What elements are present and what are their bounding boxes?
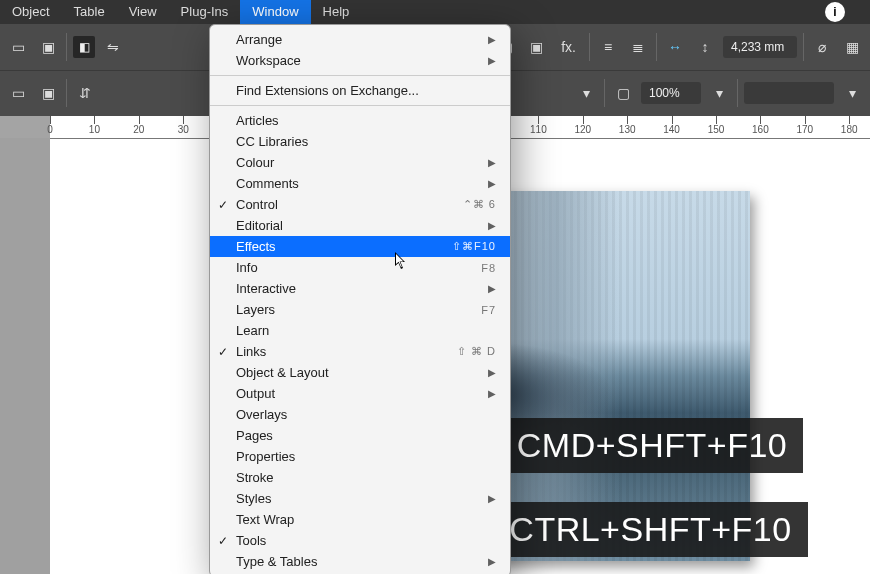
chevron-down-icon[interactable]: ▾ — [574, 81, 598, 105]
menu-item-text-wrap[interactable]: Text Wrap — [210, 509, 510, 530]
wrap-obj-icon[interactable]: ▢ — [611, 81, 635, 105]
menu-item-pages[interactable]: Pages — [210, 425, 510, 446]
menu-item-label: Links — [236, 344, 266, 359]
menu-item-find-extensions-on-exchange-[interactable]: Find Extensions on Exchange... — [210, 80, 510, 101]
menu-item-stroke[interactable]: Stroke — [210, 467, 510, 488]
menu-item-effects[interactable]: Effects⇧⌘F10 — [210, 236, 510, 257]
chevron-down-icon[interactable]: ▾ — [707, 81, 731, 105]
overlay-win-keys: CTRL+SHFT+F10 — [509, 510, 791, 548]
menu-item-label: Layers — [236, 302, 275, 317]
menubar-item-help[interactable]: Help — [311, 0, 362, 24]
menu-item-label: Output — [236, 386, 275, 401]
cursor-pointer-icon — [395, 252, 407, 270]
chevron-right-icon: ▶ — [488, 55, 496, 66]
menu-item-links[interactable]: ✓Links⇧ ⌘ D — [210, 341, 510, 362]
menu-item-editorial[interactable]: Editorial▶ — [210, 215, 510, 236]
menu-separator — [210, 75, 510, 76]
opacity-field[interactable]: 100% — [641, 82, 701, 104]
chevron-right-icon: ▶ — [488, 556, 496, 567]
menubar-item-view[interactable]: View — [117, 0, 169, 24]
separator — [803, 33, 804, 61]
menu-item-label: Object & Layout — [236, 365, 329, 380]
menu-item-label: Find Extensions on Exchange... — [236, 83, 419, 98]
menu-item-label: CC Libraries — [236, 134, 308, 149]
link-break-icon[interactable]: ⌀ — [810, 35, 834, 59]
menubar-item-window[interactable]: Window — [240, 0, 310, 24]
panel-icon[interactable]: ▦ — [840, 35, 864, 59]
menu-separator — [210, 105, 510, 106]
flip-v-icon[interactable]: ⇵ — [73, 81, 97, 105]
preset-dropdown[interactable] — [744, 82, 834, 104]
menu-item-styles[interactable]: Styles▶ — [210, 488, 510, 509]
menu-item-overlays[interactable]: Overlays — [210, 404, 510, 425]
menu-item-label: Articles — [236, 113, 279, 128]
menu-item-label: Properties — [236, 449, 295, 464]
menu-item-learn[interactable]: Learn — [210, 320, 510, 341]
menu-item-arrange[interactable]: Arrange▶ — [210, 29, 510, 50]
chevron-right-icon: ▶ — [488, 178, 496, 189]
menu-item-colour[interactable]: Colour▶ — [210, 152, 510, 173]
menu-item-label: Effects — [236, 239, 276, 254]
menu-item-output[interactable]: Output▶ — [210, 383, 510, 404]
align-center-icon[interactable]: ▣ — [36, 35, 60, 59]
menu-item-shortcut: ⌃⌘ 6 — [463, 198, 496, 211]
menu-item-info[interactable]: InfoF8 — [210, 257, 510, 278]
chevron-right-icon: ▶ — [488, 388, 496, 399]
menu-item-shortcut: ⇧⌘F10 — [452, 240, 496, 253]
menu-item-type-tables[interactable]: Type & Tables▶ — [210, 551, 510, 572]
menubar-item-object[interactable]: Object — [0, 0, 62, 24]
chevron-right-icon: ▶ — [488, 367, 496, 378]
menu-item-interactive[interactable]: Interactive▶ — [210, 278, 510, 299]
menubar-item-plugins[interactable]: Plug-Ins — [169, 0, 241, 24]
chevron-right-icon: ▶ — [488, 34, 496, 45]
value-field[interactable]: 4,233 mm — [723, 36, 797, 58]
check-icon: ✓ — [218, 345, 228, 359]
window-menu-dropdown: Arrange▶Workspace▶Find Extensions on Exc… — [209, 24, 511, 574]
align-left-icon[interactable]: ▭ — [6, 35, 30, 59]
menu-item-properties[interactable]: Properties — [210, 446, 510, 467]
chevron-down-icon[interactable]: ▾ — [840, 81, 864, 105]
chevron-right-icon: ▶ — [488, 220, 496, 231]
swatch-box[interactable]: ◧ — [73, 36, 95, 58]
check-icon: ✓ — [218, 198, 228, 212]
align-top-icon[interactable]: ▭ — [6, 81, 30, 105]
menubar-item-table[interactable]: Table — [62, 0, 117, 24]
menu-item-label: Text Wrap — [236, 512, 294, 527]
menu-item-label: Stroke — [236, 470, 274, 485]
menu-item-label: Workspace — [236, 53, 301, 68]
spacing-icon[interactable]: ↔ — [663, 35, 687, 59]
menu-item-workspace[interactable]: Workspace▶ — [210, 50, 510, 71]
menu-item-label: Control — [236, 197, 278, 212]
overlay-mac-keys: CMD+SHFT+F10 — [517, 426, 788, 464]
menu-item-object-layout[interactable]: Object & Layout▶ — [210, 362, 510, 383]
menu-item-articles[interactable]: Articles — [210, 110, 510, 131]
menu-item-label: Tools — [236, 533, 266, 548]
lines-icon[interactable]: ≡ — [596, 35, 620, 59]
menu-item-comments[interactable]: Comments▶ — [210, 173, 510, 194]
info-icon[interactable] — [825, 2, 845, 22]
menu-item-cc-libraries[interactable]: CC Libraries — [210, 131, 510, 152]
menu-item-layers[interactable]: LayersF7 — [210, 299, 510, 320]
menu-item-label: Info — [236, 260, 258, 275]
wrap-bounding-icon[interactable]: ▣ — [524, 35, 548, 59]
separator — [737, 79, 738, 107]
lines2-icon[interactable]: ≣ — [626, 35, 650, 59]
spacing-v-icon[interactable]: ↕ — [693, 35, 717, 59]
fx-icon[interactable]: fx. — [554, 35, 583, 59]
menu-item-tools[interactable]: ✓Tools — [210, 530, 510, 551]
menu-item-label: Colour — [236, 155, 274, 170]
chevron-right-icon: ▶ — [488, 157, 496, 168]
align-mid-icon[interactable]: ▣ — [36, 81, 60, 105]
separator — [656, 33, 657, 61]
separator — [589, 33, 590, 61]
flip-h-icon[interactable]: ⇋ — [101, 35, 125, 59]
menu-item-shortcut: F7 — [481, 304, 496, 316]
ruler-origin — [0, 116, 50, 138]
separator — [66, 79, 67, 107]
menu-item-control[interactable]: ✓Control⌃⌘ 6 — [210, 194, 510, 215]
menu-item-label: Pages — [236, 428, 273, 443]
menu-item-label: Interactive — [236, 281, 296, 296]
menu-item-label: Styles — [236, 491, 271, 506]
chevron-right-icon: ▶ — [488, 493, 496, 504]
menu-item-label: Overlays — [236, 407, 287, 422]
